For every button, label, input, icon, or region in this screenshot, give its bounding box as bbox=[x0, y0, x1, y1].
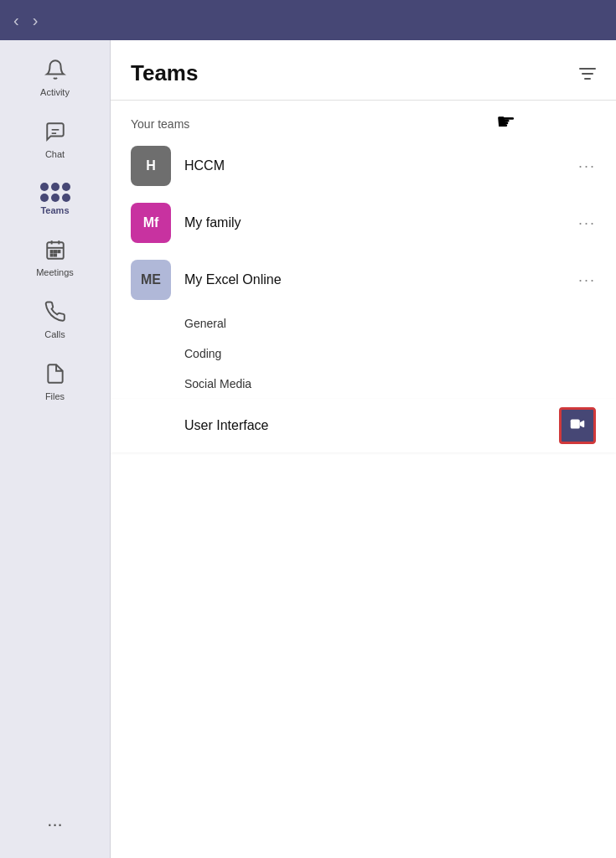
sidebar-item-chat-label: Chat bbox=[45, 149, 65, 159]
calendar-icon bbox=[44, 239, 66, 264]
team-avatar-hccm: H bbox=[131, 146, 171, 186]
team-item-my-family[interactable]: Mf My family ··· bbox=[111, 194, 616, 251]
chat-icon bbox=[44, 121, 66, 146]
channel-name-user-interface: User Interface bbox=[184, 418, 559, 433]
channel-item-user-interface[interactable]: User Interface bbox=[111, 399, 616, 452]
sidebar-item-activity-label: Activity bbox=[40, 87, 70, 97]
svg-rect-9 bbox=[50, 254, 52, 256]
back-button[interactable]: ‹ bbox=[13, 12, 19, 28]
channel-name-social-media: Social Media bbox=[184, 377, 596, 390]
team-name-hccm: HCCM bbox=[184, 158, 578, 173]
team-more-my-family[interactable]: ··· bbox=[578, 214, 596, 232]
more-dots-label: ... bbox=[47, 809, 62, 831]
phone-icon bbox=[44, 301, 66, 326]
bell-icon bbox=[44, 59, 66, 84]
svg-rect-6 bbox=[50, 251, 52, 252]
team-more-hccm[interactable]: ··· bbox=[578, 158, 596, 175]
channel-item-general[interactable]: General bbox=[111, 308, 616, 339]
svg-rect-10 bbox=[54, 254, 55, 256]
team-item-hccm[interactable]: H HCCM ··· bbox=[111, 137, 616, 194]
your-teams-label: Your teams bbox=[111, 101, 210, 137]
forward-button[interactable]: › bbox=[33, 12, 39, 28]
sidebar-item-files[interactable]: Files bbox=[0, 351, 110, 413]
sidebar-item-calls[interactable]: Calls bbox=[0, 289, 110, 351]
sidebar-item-files-label: Files bbox=[45, 391, 65, 401]
sidebar-item-teams-label: Teams bbox=[40, 205, 69, 215]
team-name-my-excel: My Excel Online bbox=[184, 272, 578, 287]
channel-item-coding[interactable]: Coding bbox=[111, 339, 616, 369]
teams-icon bbox=[40, 183, 70, 202]
sidebar: Activity Chat bbox=[0, 40, 111, 858]
filter-line-2 bbox=[582, 73, 593, 75]
channel-name-general: General bbox=[184, 317, 596, 330]
svg-rect-11 bbox=[571, 419, 580, 428]
filter-button[interactable] bbox=[579, 68, 596, 80]
top-bar: ‹ › bbox=[0, 0, 616, 40]
team-item-my-excel[interactable]: ME My Excel Online ··· bbox=[111, 251, 616, 308]
channel-item-social-media[interactable]: Social Media bbox=[111, 369, 616, 399]
content-area: Teams Your teams ☛ H HCCM ··· Mf My f bbox=[111, 40, 616, 858]
filter-line-3 bbox=[584, 78, 591, 80]
sidebar-item-chat[interactable]: Chat bbox=[0, 109, 110, 171]
video-call-button[interactable] bbox=[559, 407, 596, 444]
main-layout: Activity Chat bbox=[0, 40, 616, 858]
filter-line-1 bbox=[579, 68, 596, 70]
channel-name-coding: Coding bbox=[184, 347, 596, 360]
sidebar-item-teams[interactable]: Teams bbox=[0, 171, 110, 227]
team-avatar-my-family: Mf bbox=[131, 203, 171, 243]
teams-header: Teams bbox=[111, 40, 616, 101]
cursor-hand-icon: ☛ bbox=[496, 109, 515, 135]
svg-rect-8 bbox=[58, 251, 60, 252]
team-more-my-excel[interactable]: ··· bbox=[578, 271, 596, 289]
page-title: Teams bbox=[131, 60, 198, 86]
sidebar-item-activity[interactable]: Activity bbox=[0, 47, 110, 109]
svg-rect-7 bbox=[54, 251, 55, 252]
sidebar-item-meetings-label: Meetings bbox=[36, 267, 74, 277]
video-camera-icon bbox=[568, 415, 587, 437]
team-avatar-my-excel: ME bbox=[131, 260, 171, 300]
sidebar-item-calls-label: Calls bbox=[44, 329, 65, 339]
sidebar-more-button[interactable]: ... bbox=[40, 796, 69, 845]
team-name-my-family: My family bbox=[184, 215, 578, 230]
file-icon bbox=[44, 363, 66, 388]
sidebar-item-meetings[interactable]: Meetings bbox=[0, 227, 110, 289]
